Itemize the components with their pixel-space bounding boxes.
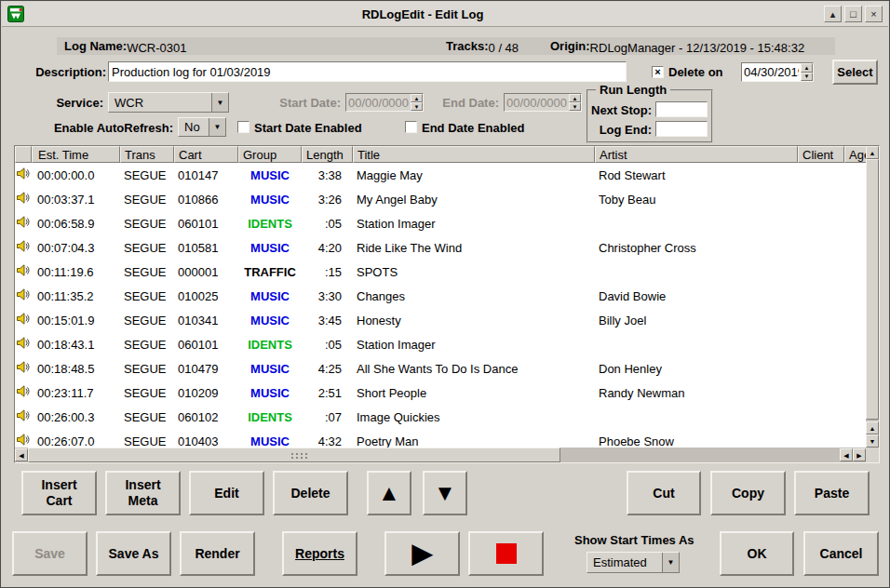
- description-label: Description:: [18, 65, 106, 79]
- service-combo[interactable]: WCR ▼: [108, 92, 229, 113]
- cell-cart: 010025: [174, 289, 238, 303]
- spin-down-icon[interactable]: ▼: [801, 73, 813, 82]
- log-table-row[interactable]: 00:23:11.7 SEGUE 010209 MUSIC 2:51 Short…: [15, 381, 866, 405]
- delete-button[interactable]: Delete: [273, 471, 348, 515]
- copy-button[interactable]: Copy: [710, 471, 786, 515]
- titlebar[interactable]: RDLogEdit - Edit Log ▴ □ ×: [2, 2, 888, 27]
- cell-title: Changes: [353, 289, 595, 303]
- log-table-row[interactable]: 00:26:00.3 SEGUE 060102 IDENTS :07 Image…: [15, 405, 866, 429]
- column-header-icon[interactable]: [15, 146, 32, 163]
- scroll-right-icon[interactable]: ▶: [853, 448, 866, 461]
- end-date-spinbox: ▲ ▼: [504, 93, 582, 112]
- column-header-length[interactable]: Length: [302, 146, 353, 163]
- scroll-down-icon[interactable]: ▼: [866, 434, 879, 448]
- column-header-client[interactable]: Client: [798, 146, 844, 163]
- cell-trans: SEGUE: [120, 193, 174, 207]
- cell-length: 3:26: [302, 193, 353, 207]
- delete-date-spinbox[interactable]: ▲ ▼: [741, 62, 814, 82]
- stop-button[interactable]: [468, 531, 544, 576]
- play-button[interactable]: ▶: [384, 531, 460, 576]
- delete-on-checkbox[interactable]: ×: [652, 66, 664, 78]
- horizontal-scrollbar[interactable]: ◀ ◀ ▶: [15, 448, 866, 462]
- cell-length: 4:32: [302, 434, 353, 448]
- log-table-row[interactable]: 00:06:58.9 SEGUE 060101 IDENTS :05 Stati…: [15, 211, 866, 235]
- log-table-row[interactable]: 00:26:07.0 SEGUE 010403 MUSIC 4:32 Poetr…: [15, 429, 866, 448]
- cell-group: IDENTS: [238, 338, 302, 352]
- run-length-title: Run Length: [596, 83, 670, 97]
- cell-length: :15: [302, 265, 353, 279]
- speaker-icon: [15, 287, 32, 304]
- log-origin: Origin: RDLogManager - 12/13/2019 - 15:4…: [550, 39, 590, 53]
- speaker-icon: [15, 167, 32, 183]
- insert-cart-button[interactable]: Insert Cart: [21, 471, 97, 515]
- end-date-enabled-checkbox[interactable]: [405, 121, 417, 133]
- log-table-row[interactable]: 00:00:00.0 SEGUE 010147 MUSIC 3:38 Maggi…: [15, 163, 866, 187]
- vertical-scrollbar[interactable]: ▲ ▲ ▼: [866, 146, 879, 448]
- scroll-left-icon[interactable]: ◀: [15, 448, 28, 461]
- cell-cart: 010209: [174, 386, 238, 400]
- next-stop-input[interactable]: [655, 101, 708, 117]
- save-as-button[interactable]: Save As: [96, 531, 171, 576]
- play-icon: ▶: [412, 541, 433, 567]
- log-table-row[interactable]: 00:07:04.3 SEGUE 010581 MUSIC 4:20 Ride …: [15, 235, 866, 260]
- close-icon[interactable]: ×: [865, 6, 883, 22]
- select-date-button[interactable]: Select: [832, 60, 878, 85]
- autorefresh-combo[interactable]: No ▼: [178, 117, 226, 137]
- start-date-enabled-label: Start Date Enabled: [254, 121, 362, 135]
- column-header-artist[interactable]: Artist: [595, 146, 798, 163]
- log-table-row[interactable]: 00:15:01.9 SEGUE 010341 MUSIC 3:45 Hones…: [15, 308, 866, 332]
- spin-up-icon[interactable]: ▲: [801, 63, 813, 73]
- description-input[interactable]: [108, 61, 627, 82]
- cell-cart: 010479: [174, 362, 238, 376]
- rdlogedit-window: RDLogEdit - Edit Log ▴ □ × Log Name: WCR…: [0, 0, 890, 588]
- insert-meta-button[interactable]: Insert Meta: [105, 471, 181, 515]
- log-table-row[interactable]: 00:11:35.2 SEGUE 010025 MUSIC 3:30 Chang…: [15, 284, 866, 308]
- reports-button[interactable]: Reports: [282, 531, 357, 576]
- cancel-button[interactable]: Cancel: [803, 531, 879, 576]
- cell-est-time: 00:11:19.6: [32, 265, 120, 279]
- maximize-icon[interactable]: □: [844, 6, 862, 22]
- save-button[interactable]: Save: [12, 531, 88, 576]
- cell-est-time: 00:18:43.1: [32, 338, 120, 352]
- ok-button[interactable]: OK: [720, 531, 794, 576]
- move-up-button[interactable]: ▲: [367, 471, 411, 515]
- log-table-row[interactable]: 00:11:19.6 SEGUE 000001 TRAFFIC :15 SPOT…: [15, 260, 866, 284]
- cell-artist: Randy Newman: [595, 386, 798, 400]
- show-start-times-combo[interactable]: Estimated ▼: [587, 552, 680, 573]
- shade-icon[interactable]: ▴: [824, 6, 842, 22]
- log-table-row[interactable]: 00:18:43.1 SEGUE 060101 IDENTS :05 Stati…: [15, 332, 866, 356]
- log-end-input[interactable]: [655, 121, 708, 137]
- log-name: Log Name: WCR-0301: [64, 39, 127, 53]
- column-header-cart[interactable]: Cart: [174, 146, 238, 163]
- column-header-trans[interactable]: Trans: [120, 146, 174, 163]
- log-table-row[interactable]: 00:03:37.1 SEGUE 010866 MUSIC 3:26 My An…: [15, 187, 866, 211]
- start-date-enabled-checkbox[interactable]: [237, 121, 249, 133]
- scroll-left-icon[interactable]: ◀: [840, 448, 853, 461]
- column-header-time[interactable]: Est. Time: [32, 146, 120, 163]
- log-table-row[interactable]: 00:18:48.5 SEGUE 010479 MUSIC 4:25 All S…: [15, 356, 866, 381]
- stop-icon: [496, 543, 517, 564]
- run-length-groupbox: Run Length Next Stop: Log End:: [587, 89, 713, 143]
- column-header-group[interactable]: Group: [238, 146, 302, 163]
- scroll-up-icon[interactable]: ▲: [866, 146, 879, 159]
- cell-est-time: 00:06:58.9: [32, 217, 120, 231]
- render-button[interactable]: Render: [180, 531, 255, 576]
- delete-date-input[interactable]: [742, 63, 801, 81]
- horizontal-scroll-thumb[interactable]: [28, 448, 560, 462]
- check-mark-icon: ×: [654, 67, 660, 77]
- autorefresh-label: Enable AutoRefresh:: [24, 121, 173, 135]
- cell-title: Poetry Man: [353, 434, 595, 448]
- vertical-scroll-thumb[interactable]: [866, 159, 879, 420]
- cell-cart: 010581: [174, 241, 238, 255]
- column-header-agency[interactable]: Agency: [844, 146, 866, 163]
- column-header-title[interactable]: Title: [353, 146, 595, 163]
- edit-button[interactable]: Edit: [189, 471, 264, 515]
- cut-button[interactable]: Cut: [627, 471, 701, 515]
- cell-title: Station Imager: [353, 338, 595, 352]
- move-down-button[interactable]: ▼: [423, 471, 467, 515]
- cell-trans: SEGUE: [120, 314, 174, 327]
- scroll-up-icon[interactable]: ▲: [866, 421, 879, 434]
- log-info-strip: Log Name: WCR-0301 Tracks: 0 / 48 Origin…: [57, 37, 835, 55]
- cell-group: MUSIC: [238, 362, 302, 376]
- paste-button[interactable]: Paste: [794, 471, 870, 515]
